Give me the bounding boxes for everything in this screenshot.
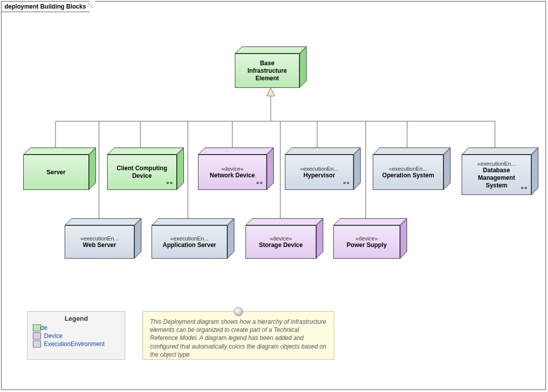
node-stereotype: «executionEn... [477,161,516,167]
swatch-exec [33,340,41,348]
node-stereotype: «device» [270,235,292,241]
node-stereotype: «executionEn... [389,166,427,172]
node-label: Hypervisor [304,172,335,179]
node-label: Server [46,169,65,176]
node-stereotype: «executionEn... [80,235,119,241]
legend-box[interactable]: Legend Node Device ExecutionEnvironment [27,311,125,360]
node-label: Client ComputingDevice [117,165,167,180]
diagram-title: deployment Building Blocks [5,3,86,10]
legend-title: Legend [33,315,120,322]
legend-row-node: Node [33,324,120,331]
diagram-title-tab: deployment Building Blocks [1,1,90,12]
node-label: Web Server [83,241,116,249]
node-label: BaseInfrastructureElement [247,60,287,82]
node-label: Storage Device [259,241,303,249]
swatch-node [33,324,41,331]
node-label: DatabaseManagementSystem [478,167,515,189]
node-label: Network Device [210,172,255,179]
node-label: Application Server [163,241,216,249]
pin-icon [234,307,243,316]
linked-icon: ⚬⚬ [342,179,349,186]
linked-icon: ⚬⚬ [165,179,172,186]
node-stereotype: «device» [356,235,378,241]
node-label: Operation System [382,172,434,179]
swatch-device [33,332,41,339]
note-text: This Deployment diagram shows how a hier… [150,318,326,358]
node-stereotype: «executionEn... [170,235,209,241]
legend-row-device: Device [33,332,120,339]
legend-label: ExecutionEnvironment [44,340,105,348]
legend-label: Device [44,332,63,339]
node-label: Power Supply [346,241,386,249]
legend-row-exec: ExecutionEnvironment [33,340,120,348]
node-stereotype: «executionEn... [300,166,338,172]
linked-icon: ⚬⚬ [255,179,262,186]
diagram-note[interactable]: This Deployment diagram shows how a hier… [142,311,334,360]
node-stereotype: «device» [221,166,243,172]
linked-icon: ⚬⚬ [520,184,527,191]
